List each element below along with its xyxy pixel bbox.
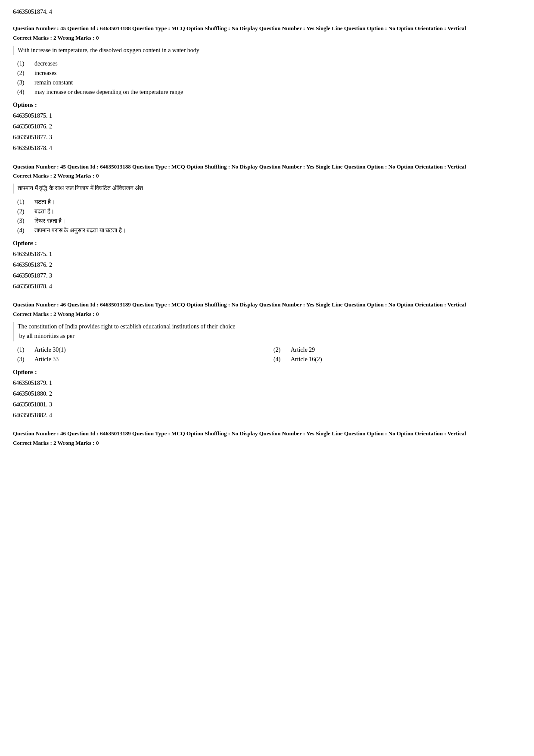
option-ids-q46-en: 64635051879. 1 64635051880. 2 6463505188…	[13, 378, 521, 421]
option-num: (4)	[17, 227, 34, 234]
option-num: (4)	[17, 89, 34, 96]
list-item: 64635051875. 1	[13, 110, 521, 121]
list-item: (1) Article 30(1)	[17, 347, 265, 353]
option-text: घटता है।	[34, 199, 55, 206]
options-two-col-q46-en: (1) Article 30(1) (2) Article 29 (3) Art…	[17, 347, 521, 363]
option-text: तापमान परास के अनुसार बढ़ता या घटता है।	[34, 227, 126, 234]
option-text: स्थिर रहता है।	[34, 218, 65, 225]
option-num: (4)	[273, 356, 291, 363]
option-num: (2)	[17, 208, 34, 215]
question-text-q45-hi: तापमान में वृद्धि के साथ जल निकाय में वि…	[13, 184, 521, 193]
options-list-q45-hi: (1) घटता है। (2) बढ़ता है। (3) स्थिर रहत…	[17, 199, 521, 234]
question-meta-q46-hi: Question Number : 46 Question Id : 64635…	[13, 429, 521, 438]
list-item: (3) remain constant	[17, 79, 521, 86]
marks-q45-hi: Correct Marks : 2 Wrong Marks : 0	[13, 172, 521, 179]
option-num: (3)	[17, 79, 34, 86]
option-text: increases	[34, 70, 56, 77]
option-num: (1)	[17, 347, 34, 353]
option-text: Article 33	[34, 356, 59, 363]
question-meta-q45-hi: Question Number : 45 Question Id : 64635…	[13, 162, 521, 171]
marks-q46-hi: Correct Marks : 2 Wrong Marks : 0	[13, 440, 521, 447]
option-num: (2)	[273, 347, 291, 353]
option-ids-q45-en: 64635051875. 1 64635051876. 2 6463505187…	[13, 110, 521, 154]
option-num: (2)	[17, 70, 34, 77]
option-text: remain constant	[34, 79, 73, 86]
list-item: (2) बढ़ता है।	[17, 208, 521, 215]
question-block-q45-hi: Question Number : 45 Question Id : 64635…	[13, 162, 521, 292]
question-block-q45-en: Question Number : 45 Question Id : 64635…	[13, 24, 521, 154]
list-item: 64635051881. 3	[13, 399, 521, 410]
list-item: 64635051879. 1	[13, 378, 521, 388]
options-label-q46-en: Options :	[13, 369, 521, 376]
option-text: may increase or decrease depending on th…	[34, 89, 183, 96]
option-text: Article 30(1)	[34, 347, 66, 353]
marks-q45-en: Correct Marks : 2 Wrong Marks : 0	[13, 34, 521, 41]
option-text: decreases	[34, 60, 58, 67]
option-num: (3)	[17, 356, 34, 363]
question-text-q45-en: With increase in temperature, the dissol…	[13, 46, 521, 55]
list-item: 64635051878. 4	[13, 143, 521, 153]
list-item: 64635051878. 4	[13, 281, 521, 292]
list-item: 64635051875. 1	[13, 249, 521, 259]
option-num: (1)	[17, 60, 34, 67]
list-item: (4) Article 16(2)	[273, 356, 521, 363]
option-num: (3)	[17, 218, 34, 225]
question-text-q46-en: The constitution of India provides right…	[13, 322, 521, 341]
option-text: Article 16(2)	[291, 356, 322, 363]
list-item: 64635051877. 3	[13, 132, 521, 143]
list-item: 64635051876. 2	[13, 259, 521, 270]
list-item: (3) स्थिर रहता है।	[17, 218, 521, 225]
question-block-q46-en: Question Number : 46 Question Id : 64635…	[13, 300, 521, 421]
options-label-q45-hi: Options :	[13, 240, 521, 247]
option-text: Article 29	[291, 347, 315, 353]
list-item: (2) increases	[17, 70, 521, 77]
header-id: 64635051874. 4	[13, 9, 521, 16]
question-meta-q45-en: Question Number : 45 Question Id : 64635…	[13, 24, 521, 33]
list-item: 64635051877. 3	[13, 270, 521, 281]
list-item: 64635051882. 4	[13, 410, 521, 421]
list-item: (4) may increase or decrease depending o…	[17, 89, 521, 96]
options-label-q45-en: Options :	[13, 102, 521, 109]
list-item: (1) घटता है।	[17, 199, 521, 206]
option-ids-q45-hi: 64635051875. 1 64635051876. 2 6463505187…	[13, 249, 521, 292]
list-item: (3) Article 33	[17, 356, 265, 363]
list-item: (2) Article 29	[273, 347, 521, 353]
list-item: 64635051880. 2	[13, 388, 521, 399]
list-item: (4) तापमान परास के अनुसार बढ़ता या घटता …	[17, 227, 521, 234]
list-item: (1) decreases	[17, 60, 521, 67]
option-text: बढ़ता है।	[34, 208, 54, 215]
option-num: (1)	[17, 199, 34, 206]
question-meta-q46-en: Question Number : 46 Question Id : 64635…	[13, 300, 521, 309]
options-list-q45-en: (1) decreases (2) increases (3) remain c…	[17, 60, 521, 96]
question-block-q46-hi-meta: Question Number : 46 Question Id : 64635…	[13, 429, 521, 447]
list-item: 64635051876. 2	[13, 121, 521, 132]
marks-q46-en: Correct Marks : 2 Wrong Marks : 0	[13, 311, 521, 318]
